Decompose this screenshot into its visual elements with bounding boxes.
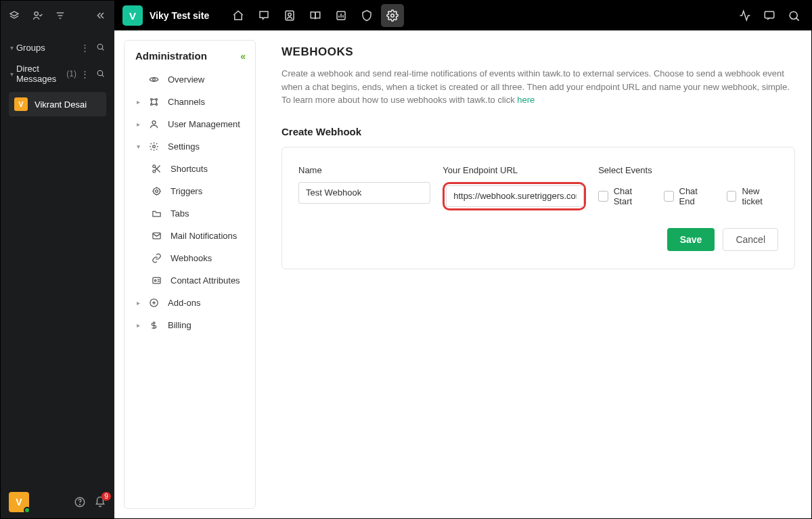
url-highlight: [443, 182, 586, 210]
admin-item-billing[interactable]: ▸ Billing: [125, 314, 255, 336]
site-name: Viky Test site: [150, 10, 209, 21]
svg-line-8: [102, 74, 104, 76]
collapse-admin-icon[interactable]: «: [240, 51, 246, 62]
gear-icon: [149, 141, 161, 152]
learn-more-link[interactable]: here: [517, 95, 535, 105]
activity-icon[interactable]: [739, 9, 751, 22]
admin-item-tabs[interactable]: Tabs: [125, 202, 255, 225]
svg-point-31: [153, 145, 156, 148]
presence-dot: [24, 507, 30, 514]
topbar-right: [739, 9, 803, 22]
svg-point-22: [151, 99, 153, 101]
svg-point-24: [151, 104, 153, 106]
svg-point-25: [156, 104, 158, 106]
admin-item-channels[interactable]: ▸ Channels: [125, 91, 255, 113]
addons-icon[interactable]: [355, 4, 378, 27]
chat-icon[interactable]: [763, 9, 775, 22]
site-avatar: V: [122, 5, 143, 26]
svg-line-20: [796, 18, 799, 20]
filter-icon[interactable]: [55, 10, 66, 21]
svg-point-5: [97, 44, 103, 49]
reports-icon[interactable]: [330, 4, 353, 27]
search-icon[interactable]: [96, 69, 105, 79]
svg-point-21: [153, 78, 156, 81]
name-label: Name: [298, 165, 430, 175]
admin-item-addons[interactable]: ▸ Add-ons: [125, 292, 255, 314]
admin-item-user-management[interactable]: ▸ User Management: [125, 113, 255, 135]
checkbox-chat-start[interactable]: Chat Start: [598, 186, 649, 206]
users-icon: [149, 119, 161, 129]
contacts-icon[interactable]: [278, 4, 301, 27]
events-label: Select Events: [598, 165, 778, 175]
svg-point-37: [156, 190, 158, 193]
avatar: V: [14, 97, 28, 111]
help-icon[interactable]: [74, 496, 86, 508]
admin-item-webhooks[interactable]: Webhooks: [125, 247, 255, 269]
main-content: WEBHOOKS Create a webhook and send real-…: [265, 30, 811, 518]
url-label: Your Endpoint URL: [443, 165, 586, 175]
dollar-icon: [149, 320, 161, 330]
endpoint-url-input[interactable]: [446, 185, 584, 207]
site-chip[interactable]: V Viky Test site: [122, 5, 209, 26]
admin-item-shortcuts[interactable]: Shortcuts: [125, 158, 255, 180]
scissors-icon: [152, 164, 164, 174]
checkbox-new-ticket[interactable]: New ticket: [727, 186, 778, 206]
id-icon: [152, 275, 164, 286]
groups-header[interactable]: ▾Groups ⋮: [7, 37, 108, 58]
search-icon[interactable]: [96, 43, 105, 53]
notifications-badge: 9: [102, 492, 111, 501]
dm-count: (1): [66, 69, 76, 78]
dark-sidebar-top: [1, 1, 114, 30]
groups-label: Groups: [16, 43, 45, 53]
topbar: V Viky Test site: [114, 1, 811, 30]
admin-item-mail-notifications[interactable]: Mail Notifications: [125, 225, 255, 247]
overview-icon: [149, 74, 161, 85]
inbox-icon[interactable]: [252, 4, 275, 27]
search-icon[interactable]: [788, 9, 800, 22]
cancel-button[interactable]: Cancel: [723, 228, 778, 251]
admin-heading: Administration: [135, 50, 240, 62]
link-icon: [152, 253, 164, 263]
stack-icon[interactable]: [9, 10, 20, 21]
mail-icon: [152, 231, 164, 241]
admin-sidebar: Administration « Overview ▸ Channels ▸ U…: [124, 40, 256, 509]
svg-point-7: [97, 70, 103, 76]
knowledge-icon[interactable]: [304, 4, 327, 27]
kebab-icon[interactable]: ⋮: [81, 43, 89, 53]
left-dark-sidebar: ▾Groups ⋮ ▾ Direct Messages (1) ⋮ V Vikr…: [1, 1, 114, 518]
dm-item-name: Vikrant Desai: [35, 99, 87, 110]
kebab-icon[interactable]: ⋮: [81, 69, 89, 79]
webhook-name-input[interactable]: [298, 182, 430, 204]
nav-icons: [227, 4, 404, 27]
dark-sidebar-bottom: V 9: [1, 486, 114, 518]
svg-rect-18: [765, 12, 774, 18]
user-check-icon[interactable]: [32, 10, 43, 21]
dm-header[interactable]: ▾ Direct Messages (1) ⋮: [7, 58, 108, 89]
folder-icon: [152, 208, 164, 219]
settings-icon[interactable]: [381, 4, 404, 27]
svg-point-30: [152, 121, 156, 125]
notifications-icon[interactable]: 9: [94, 496, 106, 508]
admin-item-contact-attributes[interactable]: Contact Attributes: [125, 269, 255, 292]
collapse-left-icon[interactable]: [95, 10, 106, 21]
create-webhook-title: Create Webhook: [281, 126, 795, 137]
plus-circle-icon: [149, 298, 161, 308]
user-avatar[interactable]: V: [9, 492, 29, 512]
svg-point-23: [156, 99, 158, 101]
admin-item-triggers[interactable]: Triggers: [125, 180, 255, 202]
checkbox-chat-end[interactable]: Chat End: [664, 186, 712, 206]
home-icon[interactable]: [227, 4, 250, 27]
dm-item-vikrant[interactable]: V Vikrant Desai: [9, 92, 106, 116]
page-description: Create a webhook and send real-time noti…: [281, 67, 795, 107]
create-webhook-card: Name Your Endpoint URL Select Events: [281, 147, 795, 269]
page-title: WEBHOOKS: [281, 45, 795, 59]
svg-point-44: [154, 279, 156, 281]
dm-label: Direct Messages: [16, 64, 64, 84]
svg-marker-0: [10, 12, 18, 16]
save-button[interactable]: Save: [667, 228, 715, 251]
target-icon: [152, 186, 164, 196]
svg-point-1: [35, 12, 38, 16]
admin-item-overview[interactable]: Overview: [125, 68, 255, 91]
admin-item-settings[interactable]: ▾ Settings: [125, 135, 255, 158]
svg-line-6: [102, 49, 104, 51]
